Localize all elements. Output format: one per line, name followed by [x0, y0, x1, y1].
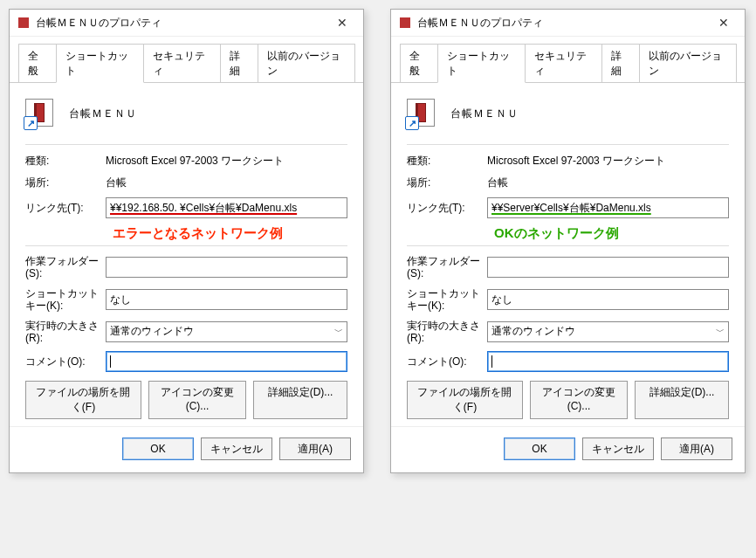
label-type: 種類:	[407, 154, 487, 169]
startin-input[interactable]	[487, 257, 729, 278]
advanced-button[interactable]: 詳細設定(D)...	[253, 381, 347, 419]
label-shortcutkey: ショートカット キー(K):	[407, 287, 487, 313]
properties-dialog-left: 台帳ＭＥＮＵのプロパティ ✕ 全般 ショートカット セキュリティ 詳細 以前のバ…	[9, 9, 364, 473]
label-target: リンク先(T):	[25, 201, 106, 216]
comment-input[interactable]	[106, 351, 347, 372]
tab-security[interactable]: セキュリティ	[143, 44, 221, 82]
label-run: 実行時の大きさ(R):	[25, 320, 106, 345]
startin-input[interactable]	[106, 257, 347, 278]
tab-previous[interactable]: 以前のバージョン	[258, 44, 355, 82]
tab-security[interactable]: セキュリティ	[525, 44, 602, 82]
apply-button[interactable]: 適用(A)	[279, 437, 351, 460]
change-icon-button[interactable]: アイコンの変更(C)...	[148, 381, 246, 419]
cancel-button[interactable]: キャンセル	[582, 437, 654, 460]
panel: ↗ 台帳ＭＥＮＵ 種類: Microsoft Excel 97-2003 ワーク…	[391, 83, 745, 426]
label-location: 場所:	[407, 176, 487, 190]
target-input[interactable]: ¥¥Server¥Cells¥台帳¥DaMenu.xls	[487, 197, 729, 218]
chevron-down-icon: ﹀	[334, 326, 343, 338]
panel: ↗ 台帳ＭＥＮＵ 種類: Microsoft Excel 97-2003 ワーク…	[10, 83, 363, 426]
annotation: OKのネットワーク例	[494, 225, 729, 242]
tabbar: 全般 ショートカット セキュリティ 詳細 以前のバージョン	[10, 37, 363, 83]
shortcutkey-input[interactable]: なし	[106, 289, 347, 310]
titlebar[interactable]: 台帳ＭＥＮＵのプロパティ ✕	[391, 10, 745, 37]
value-type: Microsoft Excel 97-2003 ワークシート	[487, 154, 665, 169]
app-title: 台帳ＭＥＮＵ	[450, 107, 519, 121]
ok-button[interactable]: OK	[504, 437, 575, 460]
properties-dialog-right: 台帳ＭＥＮＵのプロパティ ✕ 全般 ショートカット セキュリティ 詳細 以前のバ…	[390, 9, 746, 473]
value-type: Microsoft Excel 97-2003 ワークシート	[106, 154, 284, 169]
shortcut-icon: ↗	[407, 99, 436, 128]
label-startin: 作業フォルダー(S):	[25, 255, 106, 280]
label-shortcutkey: ショートカット キー(K):	[25, 287, 106, 313]
app-icon	[398, 16, 412, 30]
tab-detail[interactable]: 詳細	[601, 44, 640, 82]
tab-detail[interactable]: 詳細	[220, 44, 258, 82]
label-comment: コメント(O):	[25, 355, 106, 369]
run-select[interactable]: 通常のウィンドウ ﹀	[487, 321, 729, 342]
apply-button[interactable]: 適用(A)	[661, 437, 732, 460]
open-location-button[interactable]: ファイルの場所を開く(F)	[25, 381, 141, 419]
tab-general[interactable]: 全般	[400, 44, 438, 82]
label-type: 種類:	[25, 154, 106, 169]
open-location-button[interactable]: ファイルの場所を開く(F)	[407, 381, 523, 419]
value-location: 台帳	[106, 176, 127, 190]
comment-input[interactable]	[487, 351, 729, 372]
footer: OK キャンセル 適用(A)	[10, 426, 363, 472]
label-comment: コメント(O):	[407, 355, 487, 369]
window-title: 台帳ＭＥＮＵのプロパティ	[417, 16, 706, 31]
tab-previous[interactable]: 以前のバージョン	[639, 44, 737, 82]
advanced-button[interactable]: 詳細設定(D)...	[635, 381, 729, 419]
label-startin: 作業フォルダー(S):	[407, 255, 487, 280]
close-button[interactable]: ✕	[325, 10, 360, 35]
close-button[interactable]: ✕	[706, 10, 741, 35]
footer: OK キャンセル 適用(A)	[391, 426, 745, 472]
run-select[interactable]: 通常のウィンドウ ﹀	[106, 321, 347, 342]
target-input[interactable]: ¥¥192.168.50. ¥Cells¥台帳¥DaMenu.xls	[106, 197, 347, 218]
tab-general[interactable]: 全般	[18, 44, 57, 82]
tab-shortcut[interactable]: ショートカット	[437, 44, 525, 83]
ok-button[interactable]: OK	[122, 437, 194, 460]
chevron-down-icon: ﹀	[716, 326, 725, 338]
change-icon-button[interactable]: アイコンの変更(C)...	[530, 381, 628, 419]
label-run: 実行時の大きさ(R):	[407, 320, 487, 345]
label-target: リンク先(T):	[407, 201, 487, 216]
label-location: 場所:	[25, 176, 106, 190]
tabbar: 全般 ショートカット セキュリティ 詳細 以前のバージョン	[391, 37, 745, 83]
cancel-button[interactable]: キャンセル	[201, 437, 272, 460]
app-title: 台帳ＭＥＮＵ	[69, 107, 137, 121]
annotation: エラーとなるネットワーク例	[113, 225, 347, 242]
tab-shortcut[interactable]: ショートカット	[56, 44, 143, 83]
value-location: 台帳	[487, 176, 508, 190]
window-title: 台帳ＭＥＮＵのプロパティ	[36, 16, 325, 31]
shortcut-icon: ↗	[25, 99, 55, 128]
app-icon	[17, 16, 31, 30]
shortcutkey-input[interactable]: なし	[487, 289, 729, 310]
titlebar[interactable]: 台帳ＭＥＮＵのプロパティ ✕	[10, 10, 363, 37]
